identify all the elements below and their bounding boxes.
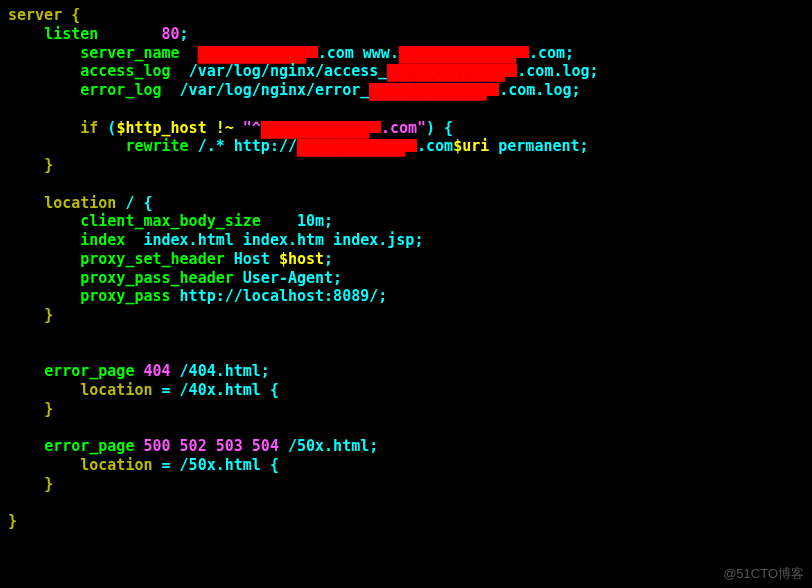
proxy-pass-url: http://localhost:8089/; (180, 287, 388, 305)
server-directive: server { (8, 6, 80, 24)
redacted-domain: █████████████ (387, 64, 517, 77)
access-log-keyword: access_log (80, 62, 170, 80)
log-suffix: .com.log; (517, 62, 598, 80)
permanent-flag: permanent; (489, 137, 588, 155)
rewrite-regex: /.* http:// (198, 137, 297, 155)
rewrite-keyword: rewrite (125, 137, 188, 155)
location-directive: location (80, 381, 152, 399)
host-var: $host (279, 250, 324, 268)
block-close: } (44, 156, 53, 174)
nginx-config-code: server { listen 80; server_name ████████… (0, 0, 812, 537)
uri-var: $uri (453, 137, 489, 155)
error-page-keyword: error_page (44, 362, 134, 380)
server-name-keyword: server_name (80, 44, 179, 62)
location-arg: / { (125, 194, 152, 212)
error-code-404: 404 (143, 362, 170, 380)
block-close: } (44, 475, 53, 493)
redacted-domain: █████████████ (399, 46, 529, 59)
location-directive: location (44, 194, 116, 212)
location-directive: location (80, 456, 152, 474)
eq-op: = (162, 456, 171, 474)
eq-op: = (162, 381, 171, 399)
error-log-path: /var/log/nginx/error_ (180, 81, 370, 99)
50x-path: /50x.html { (180, 456, 279, 474)
40x-path: /40x.html { (180, 381, 279, 399)
http-host-var: $http_host (116, 119, 206, 137)
redacted-domain: ████████████ (261, 121, 381, 134)
if-directive: if (80, 119, 98, 137)
proxy-pass-keyword: proxy_pass (80, 287, 170, 305)
block-close: } (8, 512, 17, 530)
error-page-keyword: error_page (44, 437, 134, 455)
proxy-pass-header-keyword: proxy_pass_header (80, 269, 234, 287)
block-close: } (44, 306, 53, 324)
client-max-body-size-value: 10m (297, 212, 324, 230)
error-50x-path: /50x.html; (288, 437, 378, 455)
regex-open: "^ (243, 119, 261, 137)
regex-mid: .com (381, 119, 417, 137)
index-files: index.html index.htm index.jsp; (143, 231, 423, 249)
regex-close: " (417, 119, 426, 137)
domain-suffix: .com www. (318, 44, 399, 62)
index-keyword: index (80, 231, 125, 249)
listen-keyword: listen (44, 25, 98, 43)
paren-close: ) { (426, 119, 453, 137)
regex-op: !~ (216, 119, 234, 137)
redacted-domain: ████████████ (297, 139, 417, 152)
proxy-set-header-keyword: proxy_set_header (80, 250, 225, 268)
client-max-body-size-keyword: client_max_body_size (80, 212, 261, 230)
proxy-pass-header-value: User-Agent; (243, 269, 342, 287)
proxy-header-name: Host (234, 250, 270, 268)
watermark-text: @51CTO博客 (723, 566, 804, 582)
error-log-keyword: error_log (80, 81, 161, 99)
redacted-domain: █████████████ (369, 83, 499, 96)
domain-suffix: .com; (529, 44, 574, 62)
error-404-path: /404.html; (180, 362, 270, 380)
log-suffix: .com.log; (499, 81, 580, 99)
error-codes-5xx: 500 502 503 504 (143, 437, 278, 455)
access-log-path: /var/log/nginx/access_ (189, 62, 388, 80)
redacted-domain: ████████████ (198, 46, 318, 59)
block-close: } (44, 400, 53, 418)
port-number: 80 (162, 25, 180, 43)
rewrite-mid: .com (417, 137, 453, 155)
